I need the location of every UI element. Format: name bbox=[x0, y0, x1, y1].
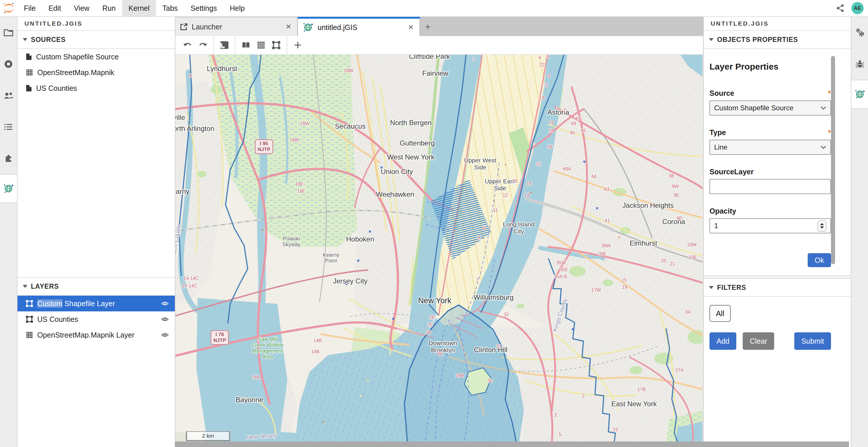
jupyter-logo bbox=[0, 2, 18, 14]
menu-edit[interactable]: Edit bbox=[42, 0, 67, 16]
map-toolbar: $_ bbox=[176, 36, 703, 55]
map-label: PulaskiSkyway bbox=[282, 236, 301, 247]
source-item[interactable]: OpenStreetMap.Mapnik bbox=[18, 65, 175, 80]
menu-tabs[interactable]: Tabs bbox=[156, 0, 184, 16]
right-panel-title: UNTITLED.JGIS bbox=[704, 17, 851, 31]
ok-button[interactable]: Ok bbox=[808, 253, 831, 267]
map-label: 20 bbox=[661, 259, 666, 263]
map-canvas[interactable]: I 95NJTPI 78NJTP New YorkLyndhurstNorth … bbox=[176, 55, 703, 442]
objects-properties-section-header[interactable]: OBJECTS PROPERTIES bbox=[704, 31, 851, 49]
map-label: Fairview bbox=[422, 69, 448, 77]
menu-settings[interactable]: Settings bbox=[184, 0, 223, 16]
tab-launcher[interactable]: Launcher✕ bbox=[176, 18, 298, 36]
layer-item[interactable]: Custom Shapefile Layer bbox=[18, 296, 175, 311]
left-panel-title: UNTITLED.JGIS bbox=[18, 17, 175, 31]
new-raster-layer-button[interactable] bbox=[253, 38, 269, 52]
right-panel-scrollbar[interactable] bbox=[831, 56, 835, 264]
objects-properties-title: OBJECTS PROPERTIES bbox=[717, 36, 798, 44]
source-item[interactable]: US Counties bbox=[18, 80, 175, 96]
map-label: 14A bbox=[252, 375, 260, 380]
puzzle-sidebar-button[interactable] bbox=[0, 143, 17, 174]
tab-untitled-jgis[interactable]: untitled.jGIS✕ bbox=[298, 17, 420, 36]
sourcelayer-input[interactable] bbox=[710, 179, 831, 194]
left-activity-bar bbox=[0, 17, 18, 447]
map-label: 35A-B bbox=[554, 274, 567, 279]
right-panel: UNTITLED.JGIS OBJECTS PROPERTIES Layer P… bbox=[703, 17, 851, 447]
map-label: 21 bbox=[670, 261, 675, 266]
layer-item[interactable]: OpenStreetMap.Mapnik Layer bbox=[18, 327, 175, 343]
launcher-icon bbox=[180, 23, 188, 31]
add-layer-button[interactable] bbox=[290, 38, 305, 52]
map-view[interactable]: I 95NJTPI 78NJTP New YorkLyndhurstNorth … bbox=[176, 55, 703, 447]
filters-section-header[interactable]: FILTERS bbox=[704, 279, 851, 297]
sources-section-header[interactable]: SOURCES bbox=[18, 31, 175, 49]
map-label: 18E; bbox=[296, 182, 305, 186]
jgis-globe-sidebar-button[interactable] bbox=[0, 175, 17, 203]
close-icon[interactable]: ✕ bbox=[407, 23, 415, 31]
map-label: 2 bbox=[563, 108, 566, 113]
gears-sidebar-button[interactable] bbox=[851, 17, 868, 48]
folder-sidebar-button[interactable] bbox=[0, 17, 17, 48]
chevron-down-icon bbox=[820, 106, 826, 110]
add-button[interactable]: Add bbox=[710, 332, 736, 350]
layers-title: LAYERS bbox=[31, 283, 59, 290]
bug-sidebar-button[interactable] bbox=[851, 48, 868, 80]
users-sidebar-button[interactable] bbox=[0, 80, 17, 111]
map-label: 10E bbox=[689, 255, 697, 260]
redo-icon bbox=[198, 41, 208, 49]
motorway-shield: I 78NJTP bbox=[211, 331, 228, 345]
menu-help[interactable]: Help bbox=[223, 0, 251, 16]
folder-icon bbox=[3, 29, 13, 37]
field-label: Opacity bbox=[710, 207, 736, 215]
undo-button[interactable] bbox=[180, 38, 195, 52]
filter-logic-select[interactable]: All bbox=[710, 305, 731, 322]
map-label: 26 bbox=[429, 315, 434, 320]
map-label: Jackson Heights bbox=[622, 201, 674, 209]
share-icon[interactable] bbox=[832, 4, 849, 12]
map-label: 16W bbox=[290, 137, 300, 142]
map-label: 19 bbox=[549, 120, 554, 125]
right-activity-bar bbox=[851, 17, 868, 447]
book-icon bbox=[241, 41, 251, 49]
new-vector-layer-button[interactable] bbox=[269, 38, 284, 52]
map-label: 34 bbox=[685, 310, 690, 315]
layers-section-header[interactable]: LAYERS bbox=[18, 277, 175, 296]
opacity-input[interactable]: 1 bbox=[710, 218, 831, 233]
list-sidebar-button[interactable] bbox=[0, 111, 17, 143]
redo-button[interactable] bbox=[195, 38, 210, 52]
menu-file[interactable]: File bbox=[18, 0, 42, 16]
map-label: 13 bbox=[512, 179, 517, 184]
users-icon bbox=[3, 92, 14, 99]
map-label: 2 bbox=[582, 393, 585, 399]
close-icon[interactable]: ✕ bbox=[284, 23, 292, 31]
identify-button[interactable] bbox=[238, 38, 253, 52]
map-label: 22 bbox=[539, 62, 545, 67]
map-label: 3 bbox=[548, 73, 550, 78]
map-label: Hoboken bbox=[346, 235, 374, 243]
field-sourcelayer: SourceLayer bbox=[710, 168, 831, 194]
map-label: 10W bbox=[687, 242, 697, 247]
map-label: 8A bbox=[437, 351, 443, 356]
menu-run[interactable]: Run bbox=[96, 0, 122, 16]
visibility-eye-icon[interactable] bbox=[161, 316, 169, 322]
terminal-icon: $_ bbox=[220, 41, 229, 49]
running-sidebar-button[interactable] bbox=[0, 48, 17, 80]
visibility-eye-icon[interactable] bbox=[161, 332, 169, 338]
jgis-globe-sidebar-button[interactable] bbox=[851, 80, 868, 108]
map-label: 23 bbox=[613, 427, 618, 432]
type-select[interactable]: Line bbox=[710, 140, 831, 155]
map-label: 29B bbox=[456, 373, 464, 378]
user-avatar[interactable]: AE bbox=[851, 2, 864, 14]
visibility-eye-icon[interactable] bbox=[161, 300, 169, 307]
source-item[interactable]: Custom Shapefile Source bbox=[18, 49, 175, 65]
submit-button[interactable]: Submit bbox=[794, 332, 831, 350]
new-tab-button[interactable]: + bbox=[420, 18, 435, 36]
menu-kernel[interactable]: Kernel bbox=[122, 0, 156, 16]
map-label: Cliffside Park bbox=[409, 55, 451, 60]
clear-button[interactable]: Clear bbox=[743, 332, 774, 350]
console-button[interactable]: $_ bbox=[217, 38, 232, 52]
stepper-icon[interactable] bbox=[817, 220, 826, 231]
source-select[interactable]: Custom Shapefile Source bbox=[710, 100, 831, 115]
layer-item[interactable]: US Counties bbox=[18, 311, 175, 327]
menu-view[interactable]: View bbox=[67, 0, 96, 16]
